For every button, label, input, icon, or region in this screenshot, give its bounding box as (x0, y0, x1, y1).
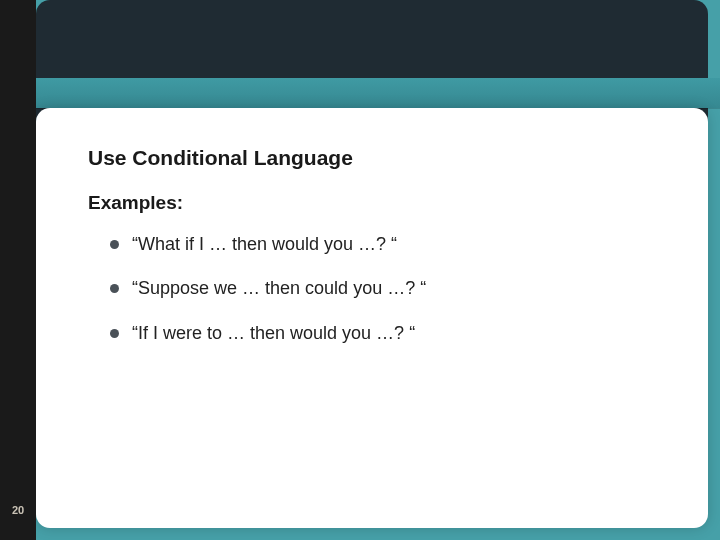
slide-subtitle: Examples: (88, 192, 660, 214)
left-sidebar (0, 0, 36, 540)
bullet-list: “What if I … then would you …? “ “Suppos… (88, 232, 660, 345)
slide-title: Use Conditional Language (88, 146, 660, 170)
slide-stage: Use Conditional Language Examples: “What… (0, 0, 720, 540)
list-item: “Suppose we … then could you …? “ (110, 276, 660, 300)
content-card: Use Conditional Language Examples: “What… (36, 108, 708, 528)
list-item: “What if I … then would you …? “ (110, 232, 660, 256)
accent-band (0, 78, 720, 108)
list-item: “If I were to … then would you …? “ (110, 321, 660, 345)
slide-number: 20 (0, 504, 36, 516)
